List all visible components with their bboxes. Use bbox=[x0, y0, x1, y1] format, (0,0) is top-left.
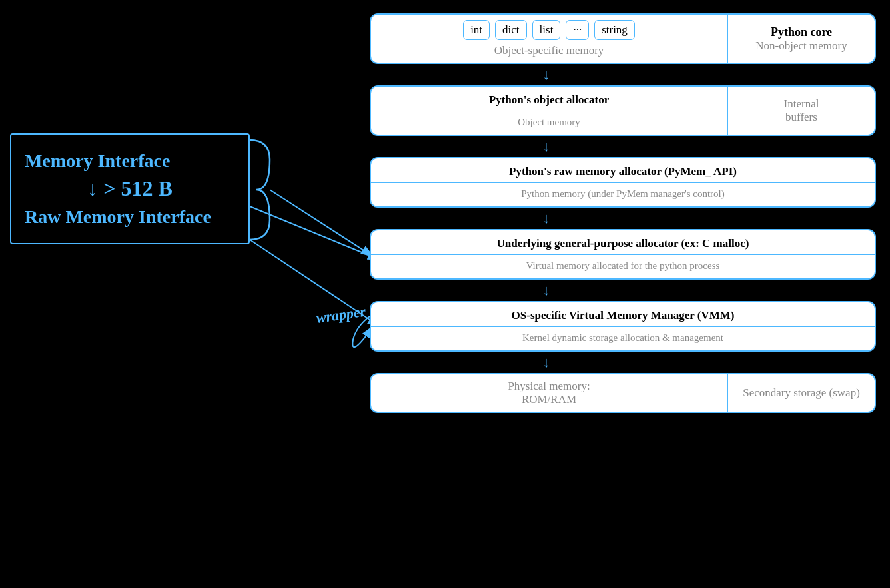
pill-string: string bbox=[594, 20, 635, 40]
kernel-storage-label: Kernel dynamic storage allocation & mana… bbox=[371, 327, 875, 350]
physical-memory-label: Physical memory: ROM/RAM bbox=[508, 380, 590, 406]
pill-ellipsis: ··· bbox=[566, 20, 589, 40]
object-memory-label: Object memory bbox=[371, 111, 727, 135]
top-row: int dict list ··· string Object-specific… bbox=[370, 13, 876, 64]
top-left-section: int dict list ··· string Object-specific… bbox=[371, 15, 728, 63]
internal-buffers-label: Internal buffers bbox=[784, 97, 819, 124]
allocator-title: Python's object allocator bbox=[371, 87, 727, 111]
memory-interface-label: Memory Interface bbox=[25, 148, 235, 174]
pill-int: int bbox=[463, 20, 490, 40]
type-pills: int dict list ··· string bbox=[378, 20, 720, 40]
arrow-4: ↓ bbox=[217, 280, 876, 301]
level2-row: Python's object allocator Object memory … bbox=[370, 85, 876, 136]
level2-left: Python's object allocator Object memory bbox=[371, 87, 728, 135]
general-allocator-box: Underlying general-purpose allocator (ex… bbox=[370, 229, 876, 280]
arrow-5: ↓ bbox=[217, 352, 876, 373]
bottom-row: Physical memory: ROM/RAM Secondary stora… bbox=[370, 373, 876, 413]
arrow-2: ↓ bbox=[217, 136, 876, 157]
vmm-title: OS-specific Virtual Memory Manager (VMM) bbox=[371, 302, 875, 326]
size-threshold-label: ↓ > 512 B bbox=[25, 174, 235, 204]
top-right-section: Python core Non-object memory bbox=[728, 15, 875, 63]
arrow-3: ↓ bbox=[217, 208, 876, 229]
arrow-1: ↓ bbox=[217, 64, 876, 85]
raw-allocator-box: Python's raw memory allocator (PyMem_ AP… bbox=[370, 157, 876, 208]
raw-memory-interface-label: Raw Memory Interface bbox=[25, 204, 235, 230]
wrapper-label: wrapper bbox=[315, 303, 366, 327]
physical-memory-section: Physical memory: ROM/RAM bbox=[371, 374, 728, 412]
internal-buffers-section: Internal buffers bbox=[728, 87, 875, 135]
vmm-box: OS-specific Virtual Memory Manager (VMM)… bbox=[370, 301, 876, 352]
pill-list: list bbox=[532, 20, 561, 40]
raw-allocator-title: Python's raw memory allocator (PyMem_ AP… bbox=[371, 158, 875, 182]
pill-dict: dict bbox=[495, 20, 527, 40]
secondary-storage-label: Secondary storage (swap) bbox=[743, 386, 860, 400]
left-panel: Memory Interface ↓ > 512 B Raw Memory In… bbox=[10, 133, 250, 244]
general-allocator-title: Underlying general-purpose allocator (ex… bbox=[371, 230, 875, 254]
secondary-storage-section: Secondary storage (swap) bbox=[728, 374, 875, 412]
python-memory-label: Python memory (under PyMem manager's con… bbox=[371, 183, 875, 206]
non-object-memory-label: Non-object memory bbox=[755, 39, 847, 53]
python-core-label: Python core bbox=[771, 25, 832, 39]
object-specific-memory-label: Object-specific memory bbox=[378, 44, 720, 57]
virtual-memory-label: Virtual memory allocated for the python … bbox=[371, 255, 875, 278]
diagram-area: int dict list ··· string Object-specific… bbox=[370, 13, 876, 413]
